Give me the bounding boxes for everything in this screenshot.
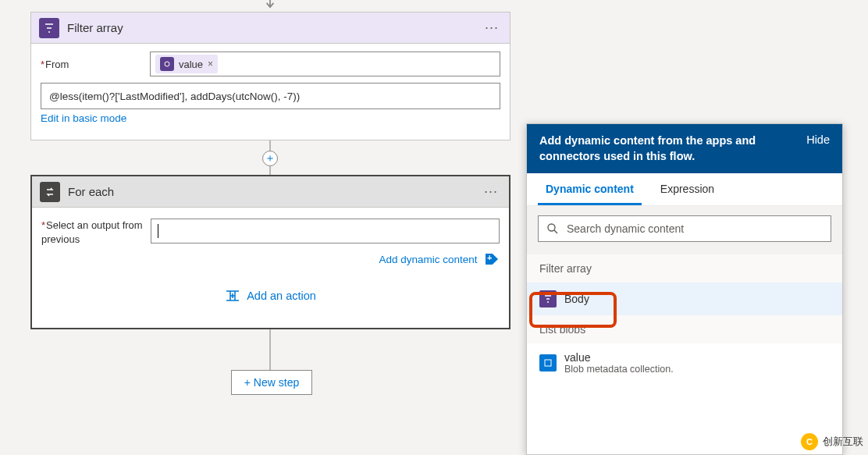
new-step-button[interactable]: + New step [231,370,312,395]
insert-step-button[interactable]: ＋ [262,151,278,166]
new-step-label: + New step [244,376,299,389]
tab-expression[interactable]: Expression [653,173,722,205]
from-input[interactable]: value × [150,52,500,76]
svg-rect-2 [545,360,551,366]
filter-expression-input[interactable]: @less(item()?['LastModified'], addDays(u… [41,83,500,109]
add-action-icon [225,290,240,302]
panel-hide-button[interactable]: Hide [806,133,830,146]
filter-array-header[interactable]: Filter array ··· [31,12,510,44]
from-token[interactable]: value × [155,55,218,73]
connector: ＋ [262,140,278,176]
token-remove-icon[interactable]: × [208,59,213,69]
watermark-text: 创新互联 [823,435,863,449]
watermark-logo-icon: C [801,433,818,450]
filter-array-menu[interactable]: ··· [482,20,502,36]
for-each-menu[interactable]: ··· [481,183,501,200]
dynamic-content-panel: Add dynamic content from the apps and co… [526,123,843,455]
body-item-title: Body [564,293,589,305]
panel-header: Add dynamic content from the apps and co… [527,124,842,173]
connector-line [269,329,271,370]
for-each-card: For each ··· Select an output from previ… [30,175,510,329]
watermark: C 创新互联 [801,433,863,450]
select-output-label: Select an output from previous [41,219,151,246]
body-item-icon [539,290,557,307]
panel-tabs: Dynamic content Expression [527,173,842,206]
dynamic-content-pointer-icon [486,254,498,265]
group-title-filter-array: Filter array [527,254,842,283]
text-cursor [158,224,158,238]
search-input[interactable]: Search dynamic content [538,215,831,242]
token-icon [160,57,174,71]
add-action-label: Add an action [247,290,316,302]
group-title-list-blobs: List blobs [527,315,842,343]
for-each-title: For each [68,185,481,198]
from-token-label: value [179,59,203,70]
svg-point-0 [165,62,169,66]
tab-dynamic-content[interactable]: Dynamic content [538,173,642,205]
svg-point-1 [548,224,555,231]
search-icon [546,222,559,235]
loop-icon [40,182,60,202]
value-item-title: value [564,351,674,364]
dynamic-item-value[interactable]: value Blob metadata collection. [527,343,842,382]
add-dynamic-content-link[interactable]: Add dynamic content [379,254,477,265]
panel-header-text: Add dynamic content from the apps and co… [539,133,774,164]
flow-arrow-icon [265,0,276,11]
for-each-header[interactable]: For each ··· [32,176,509,208]
edit-basic-mode-link[interactable]: Edit in basic mode [41,109,126,124]
value-item-subtitle: Blob metadata collection. [564,364,674,375]
filter-icon [39,18,59,38]
filter-array-title: Filter array [67,21,482,34]
add-action-button[interactable]: Add an action [41,290,500,302]
filter-array-card: Filter array ··· From value × @less(item… [30,12,510,140]
value-item-icon [539,354,557,371]
search-placeholder: Search dynamic content [567,222,684,235]
dynamic-item-body[interactable]: Body [527,283,842,315]
from-label: From [41,59,150,70]
select-output-input[interactable] [151,219,500,243]
filter-expression-text: @less(item()?['LastModified'], addDays(u… [49,91,300,102]
